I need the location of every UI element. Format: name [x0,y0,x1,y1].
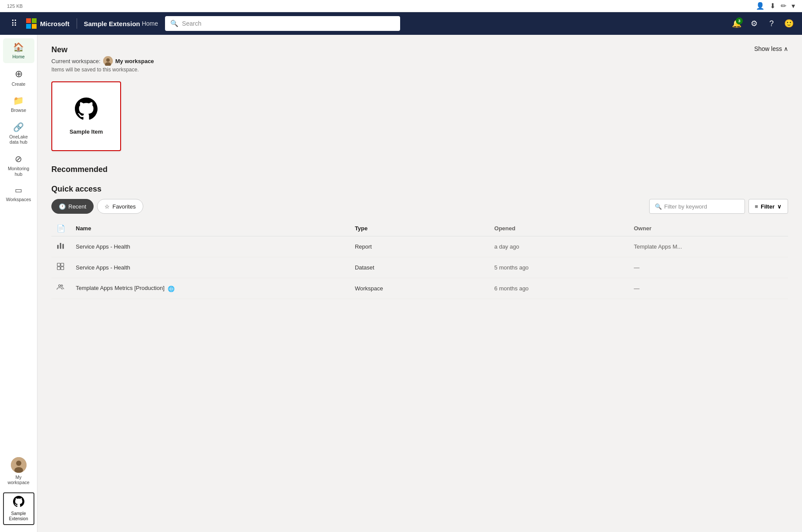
filter-placeholder: Filter by keyword [664,203,707,210]
status-bar-icons: 👤 ⬇ ✏ ▾ [756,2,795,10]
app-name: Sample Extension [84,20,140,27]
sidebar-item-workspaces[interactable]: ▭ Workspaces [3,182,34,206]
svg-point-14 [61,285,63,286]
quick-access-title: Quick access [51,185,788,194]
microsoft-label: Microsoft [40,20,70,27]
svg-point-1 [16,461,21,466]
col-header-type: Type [350,221,489,236]
sample-item-label: Sample Item [70,128,103,135]
grid-icon [57,264,64,272]
new-section-left: New Current workspace: My workspace I [51,45,154,80]
user-avatar [11,457,27,473]
quick-access-section: Quick access 🕐 Recent ☆ Favorites 🔍 [51,185,788,299]
svg-rect-10 [61,263,64,266]
navbar: ⠿ Microsoft Sample Extension Home 🔍 Sear… [0,12,802,35]
monitoring-icon: ⊘ [15,154,22,164]
tab-favorites[interactable]: ☆ Favorites [97,199,143,214]
new-section-header: New Current workspace: My workspace I [51,45,788,80]
col-header-name: Name [71,221,350,236]
notification-badge: 3 [736,17,743,24]
tab-recent[interactable]: 🕐 Recent [51,199,94,214]
table-row[interactable]: Service Apps - Health Dataset 5 months a… [51,257,788,278]
row2-icon-cell [51,257,71,278]
status-bar: 125 KB 👤 ⬇ ✏ ▾ [0,0,802,12]
globe-icon: 🌐 [168,286,175,292]
sidebar-create-label: Create [12,81,26,87]
row3-type: Workspace [350,278,489,299]
home-icon: 🏠 [13,42,24,52]
show-less-label: Show less [754,45,782,52]
row1-icon-cell [51,236,71,257]
qa-tabs-right: 🔍 Filter by keyword ≡ Filter ∨ [649,199,788,214]
sidebar-item-my-workspace[interactable]: My workspace [3,454,34,489]
svg-rect-8 [63,244,64,249]
sample-item-icon [75,98,98,125]
row2-opened: 5 months ago [489,257,628,278]
sidebar-item-monitoring[interactable]: ⊘ Monitoring hub [3,150,34,180]
table-row[interactable]: Template Apps Metrics [Production] 🌐 Wor… [51,278,788,299]
download-icon[interactable]: ⬇ [770,2,775,10]
quick-access-table: 📄 Name Type Opened Owner [51,221,788,299]
nav-home-link[interactable]: Home [142,20,158,27]
settings-button[interactable]: ⚙ [746,16,762,31]
sidebar: 🏠 Home ⊕ Create 📁 Browse 🔗 OneLake data … [0,35,37,532]
file-header-icon: 📄 [57,225,65,232]
browse-icon: 📁 [13,95,24,106]
new-section: New Current workspace: My workspace I [51,45,788,151]
new-items-grid: Sample Item [51,81,788,151]
sidebar-item-home[interactable]: 🏠 Home [3,38,34,63]
workspace-name: My workspace [115,58,154,64]
row1-owner: Template Apps M... [629,236,788,257]
sidebar-bottom: My workspace Sample Extension [3,454,34,527]
row2-owner: — [629,257,788,278]
qa-tabs-left: 🕐 Recent ☆ Favorites [51,199,143,214]
svg-rect-6 [57,245,59,249]
filter-keyword-input[interactable]: 🔍 Filter by keyword [649,199,745,214]
show-less-button[interactable]: Show less ∧ [754,45,788,52]
workspace-sub: Items will be saved to this workspace. [51,67,154,73]
sidebar-home-label: Home [12,54,24,60]
svg-rect-9 [57,263,61,266]
sample-item-card[interactable]: Sample Item [51,81,121,151]
svg-point-13 [59,285,61,287]
sidebar-workspaces-label: Workspaces [6,197,31,202]
filter-button[interactable]: ≡ Filter ∨ [748,199,788,214]
recommended-section: Recommended [51,165,788,174]
microsoft-logo [26,18,37,29]
main-layout: 🏠 Home ⊕ Create 📁 Browse 🔗 OneLake data … [0,35,802,532]
feedback-button[interactable]: 🙂 [781,16,797,31]
table-row[interactable]: Service Apps - Health Report a day ago T… [51,236,788,257]
new-section-title: New [51,45,154,54]
sidebar-item-browse[interactable]: 📁 Browse [3,92,34,117]
search-icon: 🔍 [170,20,179,27]
filter-icon: ≡ [755,203,758,210]
table-header: 📄 Name Type Opened Owner [51,221,788,236]
tab-favorites-label: Favorites [112,203,135,210]
workspace-avatar [103,56,113,66]
github-icon-sidebar [13,496,24,510]
row3-icon-cell [51,278,71,299]
tab-recent-label: Recent [68,203,86,210]
edit-icon[interactable]: ✏ [781,2,786,10]
sidebar-item-create[interactable]: ⊕ Create [3,65,34,91]
onelake-icon: 🔗 [13,122,24,132]
search-bar[interactable]: 🔍 Search [165,16,400,31]
svg-rect-7 [60,243,61,249]
create-icon: ⊕ [15,68,23,80]
my-workspace-label: My workspace [7,475,29,485]
filter-label: Filter [761,203,775,210]
workspace-info: Current workspace: My workspace [51,56,154,66]
more-icon[interactable]: ▾ [792,2,795,10]
waffle-menu-button[interactable]: ⠿ [5,15,23,32]
row3-name: Template Apps Metrics [Production] 🌐 [71,278,350,299]
row3-owner: — [629,278,788,299]
sidebar-browse-label: Browse [11,108,26,113]
person-icon[interactable]: 👤 [756,2,765,10]
notification-button[interactable]: 🔔 3 [729,16,745,31]
star-icon: ☆ [104,203,110,210]
sidebar-extension-item[interactable]: Sample Extension [3,492,34,525]
help-button[interactable]: ? [764,16,779,31]
sidebar-item-onelake[interactable]: 🔗 OneLake data hub [3,118,34,148]
col-header-owner: Owner [629,221,788,236]
extension-label: Sample Extension [9,511,28,522]
